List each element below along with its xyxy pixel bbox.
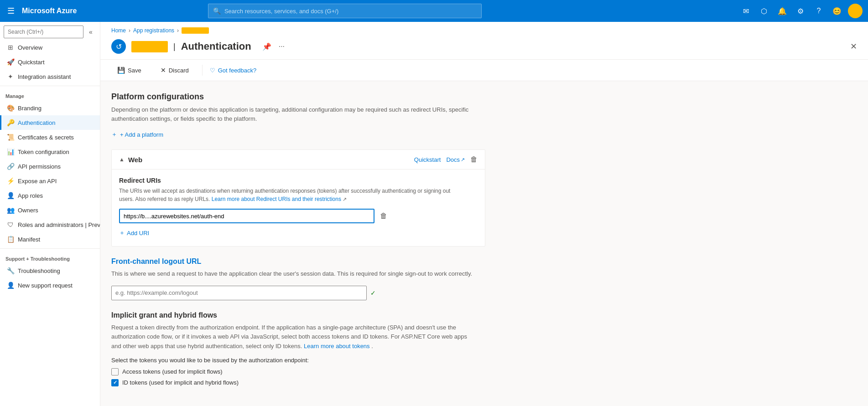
breadcrumb-app-registrations[interactable]: App registrations bbox=[133, 27, 174, 34]
integration-icon: ✦ bbox=[7, 73, 14, 80]
sidebar-item-label: Troubleshooting bbox=[18, 267, 60, 274]
sidebar-item-new-support[interactable]: 👤 New support request bbox=[0, 278, 100, 293]
tokens-label: Select the tokens you would like to be i… bbox=[111, 357, 857, 364]
sidebar-search-input[interactable] bbox=[4, 26, 83, 38]
external-link-icon: ↗ bbox=[461, 157, 465, 163]
more-options-button[interactable]: ··· bbox=[277, 41, 286, 52]
new-support-icon: 👤 bbox=[7, 282, 14, 289]
sidebar-item-label: Branding bbox=[18, 105, 42, 112]
app-icon: ↺ bbox=[111, 39, 126, 54]
manifest-icon: 📋 bbox=[7, 236, 14, 243]
sidebar-item-label: New support request bbox=[18, 282, 73, 289]
expose-api-icon: ⚡ bbox=[7, 177, 14, 185]
platform-config-title: Platform configurations bbox=[111, 92, 857, 102]
certificates-icon: 📜 bbox=[7, 134, 14, 141]
save-label: Save bbox=[128, 67, 141, 74]
access-tokens-checkbox[interactable] bbox=[111, 368, 119, 375]
help-icon[interactable]: ? bbox=[811, 4, 826, 18]
collapse-icon[interactable]: ▲ bbox=[119, 156, 125, 163]
front-channel-desc: This is where we send a request to have … bbox=[111, 269, 476, 278]
breadcrumb-app-name[interactable]: b... bbox=[182, 27, 209, 34]
hamburger-icon[interactable]: ☰ bbox=[5, 4, 16, 18]
sidebar-item-overview[interactable]: ⊞ Overview bbox=[0, 40, 100, 55]
support-section-label: Support + Troubleshooting bbox=[0, 251, 100, 263]
app-layout: « ⊞ Overview 🚀 Quickstart ✦ Integration … bbox=[0, 22, 868, 406]
email-icon[interactable]: ✉ bbox=[738, 4, 753, 18]
front-channel-title: Front-channel logout URL bbox=[111, 257, 857, 266]
page-title-actions: 📌 ··· bbox=[260, 41, 286, 53]
toolbar-divider bbox=[202, 65, 203, 76]
breadcrumb-home[interactable]: Home bbox=[111, 27, 126, 34]
breadcrumb-sep-2: › bbox=[177, 27, 179, 34]
sidebar-item-troubleshooting[interactable]: 🔧 Troubleshooting bbox=[0, 263, 100, 278]
sidebar-item-integration[interactable]: ✦ Integration assistant bbox=[0, 69, 100, 84]
platform-delete-button[interactable]: 🗑 bbox=[470, 155, 478, 164]
sidebar-item-authentication[interactable]: 🔑 Authentication bbox=[0, 115, 100, 130]
sidebar-item-roles-admins[interactable]: 🛡 Roles and administrators | Preview bbox=[0, 217, 100, 232]
platform-card-body: Redirect URIs The URIs we will accept as… bbox=[112, 170, 485, 246]
id-tokens-label: ID tokens (used for implicit and hybrid … bbox=[122, 379, 239, 386]
discard-label: Discard bbox=[169, 67, 189, 74]
learn-more-icon: ↗ bbox=[343, 196, 347, 202]
search-icon: 🔍 bbox=[213, 7, 221, 15]
settings-icon[interactable]: ⚙ bbox=[793, 4, 808, 18]
id-tokens-checkbox[interactable]: ✓ bbox=[111, 379, 119, 386]
manage-section-label: Manage bbox=[0, 88, 100, 101]
redirect-uris-title: Redirect URIs bbox=[119, 177, 478, 184]
save-button[interactable]: 💾 Save bbox=[111, 63, 147, 77]
sidebar-item-app-roles[interactable]: 👤 App roles bbox=[0, 188, 100, 203]
feedback-label: Got feedback? bbox=[218, 67, 257, 74]
logout-check-icon: ✓ bbox=[370, 289, 376, 297]
uri-delete-button[interactable]: 🗑 bbox=[378, 210, 389, 222]
sidebar-divider-1 bbox=[0, 86, 100, 86]
discard-button[interactable]: ✕ Discard bbox=[155, 63, 195, 77]
docs-link[interactable]: Docs ↗ bbox=[446, 156, 465, 163]
redirect-uris-desc: The URIs we will accept as destinations … bbox=[119, 187, 466, 203]
token-config-icon: 📊 bbox=[7, 148, 14, 155]
portal-icon[interactable]: ⬡ bbox=[757, 4, 771, 18]
sidebar-item-expose-api[interactable]: ⚡ Expose an API bbox=[0, 174, 100, 188]
sidebar-item-owners[interactable]: 👥 Owners bbox=[0, 203, 100, 217]
sidebar-item-branding[interactable]: 🎨 Branding bbox=[0, 101, 100, 115]
implicit-learn-more[interactable]: Learn more about tokens bbox=[304, 343, 370, 349]
add-platform-button[interactable]: ＋ + Add a platform bbox=[111, 130, 163, 139]
add-platform-icon: ＋ bbox=[111, 130, 117, 139]
implicit-grant-desc: Request a token directly from the author… bbox=[111, 323, 476, 351]
feedback-icon[interactable]: 😊 bbox=[830, 4, 844, 18]
sidebar-collapse-btn[interactable]: « bbox=[85, 26, 96, 37]
access-tokens-label: Access tokens (used for implicit flows) bbox=[122, 368, 223, 375]
sidebar: « ⊞ Overview 🚀 Quickstart ✦ Integration … bbox=[0, 22, 100, 406]
add-uri-button[interactable]: ＋ Add URI bbox=[119, 227, 149, 239]
sidebar-item-manifest[interactable]: 📋 Manifest bbox=[0, 232, 100, 247]
roles-admins-icon: 🛡 bbox=[7, 221, 14, 228]
logout-url-input[interactable] bbox=[111, 286, 367, 300]
content-area: Home › App registrations › b... ↺ B... |… bbox=[100, 22, 868, 406]
page-title: Authentication bbox=[181, 41, 251, 52]
close-button[interactable]: ✕ bbox=[850, 41, 857, 51]
add-platform-label: + Add a platform bbox=[120, 131, 163, 138]
page-header: Home › App registrations › b... ↺ B... |… bbox=[100, 22, 868, 60]
implicit-grant-title: Implicit grant and hybrid flows bbox=[111, 311, 857, 319]
sidebar-item-label: Certificates & secrets bbox=[18, 134, 74, 141]
redirect-uri-input[interactable] bbox=[119, 209, 374, 223]
sidebar-item-certificates[interactable]: 📜 Certificates & secrets bbox=[0, 130, 100, 144]
sidebar-item-label: Overview bbox=[18, 44, 42, 51]
sidebar-item-label: Expose an API bbox=[18, 178, 57, 185]
sidebar-item-api-permissions[interactable]: 🔗 API permissions bbox=[0, 159, 100, 174]
quickstart-link[interactable]: Quickstart bbox=[414, 156, 441, 163]
sidebar-item-token-config[interactable]: 📊 Token configuration bbox=[0, 144, 100, 159]
uri-input-row: 🗑 bbox=[119, 209, 478, 223]
search-input[interactable] bbox=[224, 8, 477, 15]
page-title-sep: | bbox=[173, 42, 176, 51]
overview-icon: ⊞ bbox=[7, 44, 14, 51]
notifications-icon[interactable]: 🔔 bbox=[775, 4, 790, 18]
feedback-button[interactable]: ♡ Got feedback? bbox=[210, 67, 257, 74]
page-app-name: B... bbox=[131, 41, 168, 52]
implicit-learn-icon: . bbox=[371, 343, 373, 349]
redirect-learn-more[interactable]: Learn more about Redirect URIs and their… bbox=[212, 196, 341, 202]
pin-button[interactable]: 📌 bbox=[260, 41, 273, 53]
sidebar-item-quickstart[interactable]: 🚀 Quickstart bbox=[0, 55, 100, 69]
user-avatar[interactable] bbox=[848, 4, 863, 18]
global-search[interactable]: 🔍 bbox=[208, 4, 482, 18]
quickstart-icon: 🚀 bbox=[7, 58, 14, 66]
